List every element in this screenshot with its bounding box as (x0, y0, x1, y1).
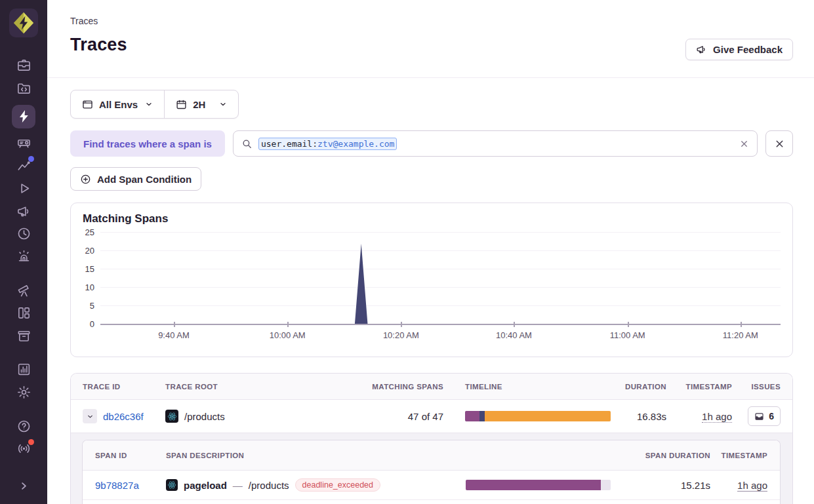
diamond-bolt-logo-icon (11, 10, 36, 35)
notification-dot-blue (28, 156, 34, 162)
trace-table-header: TRACE ID TRACE ROOT MATCHING SPANS TIMEL… (71, 374, 792, 400)
sidebar-item-alerts[interactable] (12, 246, 35, 268)
col-trace-root: TRACE ROOT (165, 383, 358, 391)
span-duration-value: 15.21s (681, 480, 710, 491)
col-span-id: SPAN ID (95, 452, 166, 459)
chevron-down-icon (219, 100, 227, 108)
add-span-condition-label: Add Span Condition (97, 174, 192, 185)
matching-spans-chart-panel: Matching Spans 0510152025 9:40 AM10:00 A… (70, 203, 793, 357)
add-span-condition-button[interactable]: Add Span Condition (70, 167, 201, 191)
chart-x-axis (100, 324, 781, 325)
col-matching-spans: MATCHING SPANS (372, 383, 443, 391)
breadcrumb[interactable]: Traces (70, 16, 793, 26)
col-span-timestamp: TIMESTAMP (722, 452, 767, 459)
dashboard-grid-icon (16, 305, 31, 320)
sidebar-collapse-toggle[interactable] (12, 475, 35, 497)
sidebar-item-dashboards[interactable] (12, 302, 35, 324)
clock-icon (16, 226, 31, 241)
span-id-link[interactable]: 9b78827a (95, 480, 139, 491)
clear-search-button[interactable] (739, 139, 749, 149)
sidebar-item-inbox[interactable] (12, 54, 35, 77)
trace-row: db26c36f /products 47 of 47 (71, 400, 792, 433)
magnifier-icon (241, 138, 253, 149)
search-token[interactable]: user.email:ztv@example.com (258, 138, 397, 150)
span-table: SPAN ID SPAN DESCRIPTION SPAN DURATION T… (82, 440, 781, 504)
sidebar-item-projects[interactable] (12, 77, 35, 99)
span-table-header: SPAN ID SPAN DESCRIPTION SPAN DURATION T… (83, 440, 780, 471)
x-icon (774, 138, 785, 149)
trace-duration-value: 16.83s (637, 411, 666, 422)
span-condition-row: Find traces where a span is user.email:z… (70, 130, 793, 157)
span-search-input[interactable]: user.email:ztv@example.com (233, 130, 758, 157)
remove-condition-button[interactable] (765, 130, 793, 157)
chevron-down-icon (87, 413, 94, 420)
megaphone-icon (696, 44, 707, 55)
chart-plot[interactable] (100, 233, 781, 324)
time-period-filter[interactable]: 2H (165, 90, 238, 118)
matching-spans-value: 47 of 47 (408, 411, 443, 422)
window-icon (82, 99, 93, 110)
chart-title: Matching Spans (83, 212, 781, 225)
telescope-icon (16, 283, 31, 298)
give-feedback-label: Give Feedback (713, 44, 783, 55)
time-period-label: 2H (193, 99, 205, 110)
lightning-icon (16, 109, 31, 124)
col-trace-id: TRACE ID (83, 383, 165, 391)
sidebar-item-settings[interactable] (12, 381, 35, 404)
react-icon (166, 479, 178, 491)
col-span-duration: SPAN DURATION (645, 452, 710, 459)
expanded-trace-region: SPAN ID SPAN DESCRIPTION SPAN DURATION T… (71, 433, 792, 504)
span-row: b7a7e441 http.server — GET /organization (83, 499, 780, 504)
gear-icon (16, 385, 31, 400)
trace-issues-button[interactable]: 6 (748, 406, 781, 426)
sidebar-item-discover[interactable] (12, 279, 35, 301)
play-icon (16, 181, 31, 196)
span-duration-bar (466, 480, 611, 490)
condition-label: Find traces where a span is (70, 130, 225, 157)
sidebar-item-releases[interactable] (12, 223, 35, 245)
archive-icon (16, 328, 31, 343)
sidebar-item-help[interactable] (12, 415, 35, 437)
sidebar (0, 0, 47, 504)
page-header: Traces Traces Give Feedback (47, 0, 814, 78)
app-logo[interactable] (9, 9, 38, 37)
span-op: pageload (184, 480, 227, 491)
x-icon (739, 139, 749, 149)
col-duration: DURATION (625, 383, 666, 391)
sidebar-item-explore-active[interactable] (12, 105, 35, 128)
sidebar-item-whats-new[interactable] (12, 438, 35, 460)
environment-filter[interactable]: All Envs (71, 90, 164, 118)
inbox-icon (16, 58, 31, 73)
trace-id-link[interactable]: db26c36f (103, 411, 144, 422)
help-icon (16, 419, 31, 434)
chevron-down-icon (145, 100, 153, 108)
span-timestamp[interactable]: 1h ago (737, 480, 767, 492)
notification-dot-red (28, 439, 34, 445)
code-folder-icon (16, 81, 31, 96)
projector-icon (16, 136, 31, 151)
trace-timestamp[interactable]: 1h ago (702, 411, 732, 423)
issues-box-icon (754, 412, 764, 421)
span-description: /products (249, 480, 289, 491)
sidebar-item-archive[interactable] (12, 325, 35, 347)
trace-table: TRACE ID TRACE ROOT MATCHING SPANS TIMEL… (70, 373, 793, 504)
megaphone-icon (16, 204, 31, 219)
chart: 0510152025 (83, 233, 781, 324)
col-timestamp: TIMESTAMP (686, 383, 732, 391)
sidebar-item-feedback[interactable] (12, 200, 35, 222)
trace-issues-count: 6 (769, 411, 774, 421)
span-row: 9b78827a pageload — (83, 471, 780, 499)
col-issues: ISSUES (751, 383, 781, 391)
sidebar-item-replays[interactable] (12, 178, 35, 200)
chart-ylabels: 0510152025 (83, 233, 94, 324)
sidebar-item-stats[interactable] (12, 359, 35, 381)
token-key: user.email: (261, 139, 317, 149)
span-separator: — (233, 480, 243, 491)
sidebar-item-metrics[interactable] (12, 155, 35, 177)
collapse-trace-button[interactable] (83, 409, 97, 423)
col-span-description: SPAN DESCRIPTION (166, 452, 453, 459)
give-feedback-button[interactable]: Give Feedback (685, 39, 793, 60)
chart-spike (100, 233, 781, 324)
sidebar-item-displays[interactable] (12, 132, 35, 155)
chart-xlabels: 9:40 AM10:00 AM10:20 AM10:40 AM11:00 AM1… (100, 324, 781, 341)
